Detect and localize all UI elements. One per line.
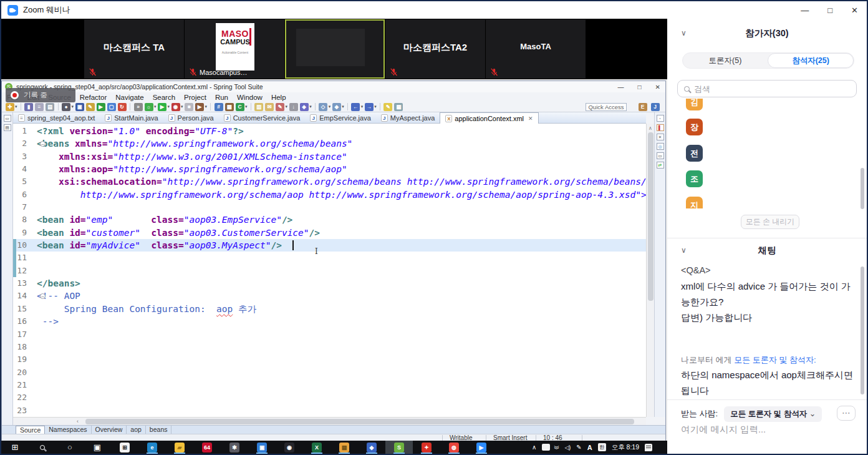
java-ee-perspective-icon[interactable]: E [639,103,647,111]
code-line[interactable]: 10<bean id="myAdvice" class="aop03.MyAsp… [13,239,646,252]
search-input[interactable] [694,84,837,94]
lower-all-hands-button[interactable]: 모든 손 내리기 [741,215,799,229]
participants-tab-panelists[interactable]: 토론자(5) [683,53,768,68]
new-class-icon[interactable]: C [236,103,244,111]
editor-tab[interactable]: JCustomerService.java [219,112,306,124]
chevron-down-icon[interactable]: ▾ [154,104,157,109]
view-tab-source[interactable]: Source [16,426,45,434]
excel-app[interactable]: X [303,441,330,454]
code-line[interactable]: 3 xmlns:xsi="http://www.w3.org/2001/XMLS… [13,150,646,163]
chevron-down-icon[interactable]: ▾ [329,104,331,109]
edge-app[interactable]: e [138,441,166,454]
eclipse-minimize-button[interactable]: — [618,84,624,91]
editor-tab[interactable]: JEmpService.java [305,112,376,124]
start-button[interactable]: ⊞ [1,441,29,454]
dark-circle-app[interactable]: ◉ [276,441,303,454]
code-line[interactable]: 16 --> [13,315,646,328]
chevron-down-icon[interactable]: ▾ [72,104,74,109]
menu-help[interactable]: Help [271,94,286,101]
back-icon[interactable]: ← [351,103,360,111]
tray-expand-icon[interactable]: ∧ [532,444,536,451]
code-line[interactable]: 20 [13,366,646,379]
code-line[interactable]: 13</beans> [13,277,646,290]
video-tile[interactable]: 마소캠퍼스 TA [84,19,184,79]
code-line[interactable]: 5 xsi:schemaLocation="http://www.springf… [13,175,646,188]
profile-icon[interactable]: ◉ [171,103,180,111]
scroll-up-arrow-icon[interactable]: ∧ [647,125,654,131]
menu-window[interactable]: Window [237,94,263,101]
code-line[interactable]: 23 [13,404,646,417]
blue-3d-app[interactable]: ◆ [358,441,385,454]
ime-hanja-icon[interactable]: 한 [598,443,606,451]
view-tab-overview[interactable]: Overview [92,426,127,434]
previous-annotation-icon[interactable]: ◇ [319,103,327,111]
chat-message-input[interactable] [681,424,853,434]
jar-icon[interactable]: ◈ [300,103,309,111]
mark-occurrences-icon[interactable]: ✎ [383,103,392,111]
task-view-button[interactable]: ▣ [84,441,111,454]
search-view-icon[interactable]: ◎ [657,143,664,150]
new-package-icon[interactable]: ▦ [225,103,234,111]
save-icon[interactable]: ▮ [24,103,33,111]
participant-avatar[interactable]: 조 [686,170,703,187]
save-all-icon[interactable]: ≡ [35,103,44,111]
cortana-button[interactable]: ○ [56,441,84,454]
menu-search[interactable]: Search [153,94,175,101]
code-line[interactable]: 6 http://www.springframework.org/schema/… [13,188,646,201]
code-line[interactable]: 11 [13,252,646,264]
zoom-app[interactable]: ▶ [468,441,495,454]
spring-tool-suite-app[interactable]: S [385,441,413,454]
photos-app[interactable]: ▣ [248,441,276,454]
skip-breakpoints-icon[interactable]: » [134,103,143,111]
horizontal-scroll-thumb[interactable] [85,419,634,424]
chat-message-list[interactable]: <Q&A>xml에 다수의 advice 가 들어가는 것이 가능한가요?답변)… [681,263,853,399]
quick-access-box[interactable]: Quick Access [586,103,627,111]
chevron-down-icon[interactable]: ▾ [342,104,344,109]
code-line[interactable]: 1<?xml version="1.0" encoding="UTF-8"?> [13,125,646,137]
menu-run[interactable]: Run [215,94,228,101]
run-icon[interactable]: ▶ [158,103,166,111]
external-tools-run-icon[interactable]: ▶ [97,103,105,111]
cleanup-icon[interactable]: ✎ [276,103,284,111]
code-line[interactable]: 2–<beans xmlns="http://www.springframewo… [13,137,646,150]
java-perspective-icon[interactable]: J [651,103,660,111]
restore-outline-icon[interactable]: ▫ [657,115,664,122]
code-line[interactable]: 14–<!-- AOP [13,290,646,302]
chat-more-button[interactable]: ⋯ [837,406,856,421]
mail-icon[interactable]: ✉ [265,103,274,111]
outline-marker-icon[interactable]: ▌ [657,124,664,131]
participant-avatar[interactable]: 김 [686,99,703,110]
next-annotation-icon[interactable]: ◆ [332,103,341,111]
chevron-down-icon[interactable]: ▾ [286,104,288,109]
recipient-dropdown[interactable]: 모든 토론자 및 참석자 ⌄ [724,406,822,422]
clear-console-icon[interactable]: ✎ [86,103,95,111]
code-editor[interactable]: 1<?xml version="1.0" encoding="UTF-8"?>2… [13,124,646,417]
servers-view-icon[interactable]: ⇄ [657,162,664,169]
code-line[interactable]: 15 Spring Bean Configuration: aop 추가 [13,303,646,315]
stop-icon[interactable]: ■ [185,103,193,111]
participant-avatar[interactable]: 장 [686,119,703,135]
print-icon[interactable]: ▤ [46,103,54,111]
refresh-icon[interactable]: ↻ [118,103,127,111]
new-wizard-icon[interactable]: ✚ [6,103,14,111]
code-line[interactable]: 9<bean id="customer" class="aop03.Custom… [13,227,646,239]
open-console-icon[interactable]: ▣ [75,103,84,111]
editor-tab[interactable]: JMyAspect.java [376,112,440,124]
code-line[interactable]: 21 [13,379,646,391]
vertical-scroll-thumb[interactable] [648,132,653,301]
participants-tab-attendees[interactable]: 참석자(25) [768,53,854,68]
chevron-down-icon[interactable]: ▾ [245,104,248,109]
code-line[interactable]: 17 [13,328,646,341]
menu-project[interactable]: Project [184,94,206,101]
editor-tab[interactable]: JPerson.java [163,112,219,124]
debug-icon[interactable]: ☼ [145,103,153,111]
chat-scrollbar[interactable] [861,267,864,394]
scroll-left-arrow-icon[interactable]: ‹ [77,418,79,424]
chevron-down-icon[interactable]: ▾ [309,104,312,109]
editor-tab[interactable]: ≡spring_step04_aop.txt [13,112,100,124]
video-tile[interactable]: MASOCAMPUSActionable ContentMasocampus… [185,19,284,79]
restore-package-explorer-icon[interactable]: ▭ [4,115,11,122]
pen-icon[interactable]: ✎ [576,444,581,451]
close-view-icon[interactable]: ✕ [657,134,664,140]
code-line[interactable]: 19 [13,353,646,366]
